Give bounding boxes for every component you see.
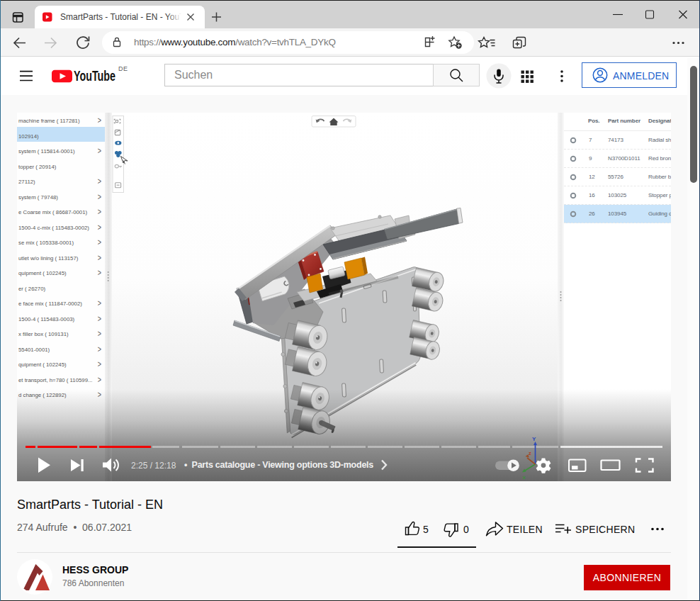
svg-text:Y: Y [532, 436, 536, 442]
svg-text:x: x [523, 474, 526, 481]
svg-text:DE: DE [118, 65, 128, 72]
svg-text:YouTube: YouTube [74, 67, 115, 84]
svg-text:z: z [529, 450, 531, 456]
